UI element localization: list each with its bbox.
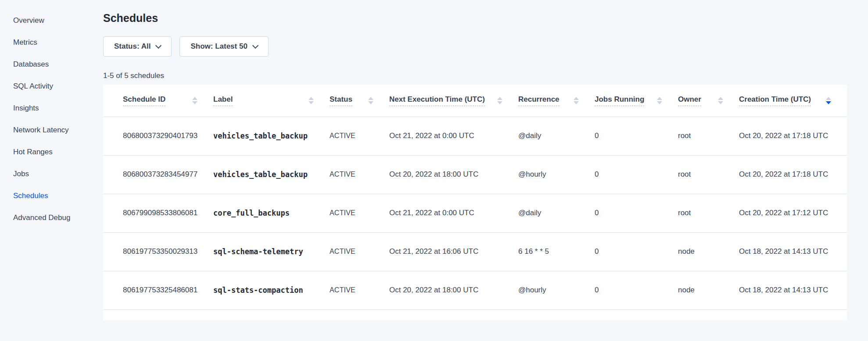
sidebar-item-overview[interactable]: Overview (0, 10, 103, 32)
owner-cell: node (678, 232, 739, 271)
next-execution-cell: Oct 20, 2022 at 18:00 UTC (389, 271, 518, 309)
creation-time-cell: Oct 20, 2022 at 17:12 UTC (739, 194, 847, 232)
label-cell: vehicles_table_backup (213, 155, 330, 194)
sidebar-item-advanced-debug[interactable]: Advanced Debug (0, 207, 103, 229)
status-cell: ACTIVE (330, 155, 389, 194)
sidebar: OverviewMetricsDatabasesSQL ActivityInsi… (0, 0, 103, 341)
schedule-id-cell: 806197753350029313 (103, 232, 213, 271)
owner-cell: root (678, 117, 739, 155)
column-label: Schedule ID (123, 95, 165, 106)
card-footer-padding (103, 310, 847, 320)
sidebar-item-network-latency[interactable]: Network Latency (0, 119, 103, 141)
sort-arrows-icon (574, 97, 579, 104)
show-filter-label: Show: Latest 50 (190, 42, 247, 51)
column-label: Status (330, 95, 352, 106)
main-content: Schedules Status: All Show: Latest 50 1-… (103, 0, 868, 341)
column-header-next-execution-time-utc[interactable]: Next Execution Time (UTC) (389, 85, 518, 117)
results-count: 1-5 of 5 schedules (103, 71, 847, 81)
sort-arrows-icon (718, 97, 723, 104)
next-execution-cell: Oct 21, 2022 at 0:00 UTC (389, 117, 518, 155)
sidebar-item-sql-activity[interactable]: SQL Activity (0, 75, 103, 97)
chevron-down-icon (252, 42, 258, 48)
status-filter-dropdown[interactable]: Status: All (103, 36, 172, 57)
sidebar-item-databases[interactable]: Databases (0, 53, 103, 75)
owner-cell: root (678, 155, 739, 194)
status-cell: ACTIVE (330, 232, 389, 271)
table-row: 806799098533806081core_full_backupsACTIV… (103, 194, 847, 232)
jobs-running-cell: 0 (595, 155, 678, 194)
status-cell: ACTIVE (330, 117, 389, 155)
sort-arrows-icon (826, 97, 831, 104)
chevron-down-icon (155, 42, 161, 48)
column-label: Creation Time (UTC) (739, 95, 811, 106)
column-header-status[interactable]: Status (330, 85, 389, 117)
column-label: Recurrence (518, 95, 560, 106)
column-header-recurrence[interactable]: Recurrence (518, 85, 595, 117)
recurrence-cell: @daily (518, 117, 595, 155)
sort-arrows-icon (308, 97, 314, 104)
recurrence-cell: 6 16 * * 5 (518, 232, 595, 271)
column-header-owner[interactable]: Owner (678, 85, 739, 117)
label-cell: sql-schema-telemetry (213, 232, 330, 271)
schedule-id-cell: 806197753325486081 (103, 271, 213, 309)
label-cell: sql-stats-compaction (213, 271, 330, 309)
column-label: Owner (678, 95, 701, 106)
column-header-schedule-id[interactable]: Schedule ID (103, 85, 213, 117)
creation-time-cell: Oct 18, 2022 at 14:13 UTC (739, 232, 847, 271)
jobs-running-cell: 0 (595, 194, 678, 232)
jobs-running-cell: 0 (595, 271, 678, 309)
schedules-table: Schedule IDLabelStatusNext Execution Tim… (103, 85, 847, 310)
status-cell: ACTIVE (330, 271, 389, 309)
sidebar-item-hot-ranges[interactable]: Hot Ranges (0, 141, 103, 163)
owner-cell: node (678, 271, 739, 309)
filter-bar: Status: All Show: Latest 50 (103, 36, 847, 57)
sort-arrows-icon (497, 97, 502, 104)
sidebar-item-schedules[interactable]: Schedules (0, 185, 103, 207)
next-execution-cell: Oct 21, 2022 at 16:06 UTC (389, 232, 518, 271)
table-body: 806800373290401793vehicles_table_backupA… (103, 117, 847, 309)
next-execution-cell: Oct 21, 2022 at 0:00 UTC (389, 194, 518, 232)
column-header-jobs-running[interactable]: Jobs Running (595, 85, 678, 117)
sort-arrows-icon (368, 97, 373, 104)
schedules-table-card: Schedule IDLabelStatusNext Execution Tim… (103, 85, 847, 320)
schedule-id-cell: 806800373283454977 (103, 155, 213, 194)
table-header-row: Schedule IDLabelStatusNext Execution Tim… (103, 85, 847, 117)
sidebar-item-jobs[interactable]: Jobs (0, 163, 103, 185)
recurrence-cell: @hourly (518, 271, 595, 309)
creation-time-cell: Oct 20, 2022 at 17:18 UTC (739, 117, 847, 155)
table-row: 806197753350029313sql-schema-telemetryAC… (103, 232, 847, 271)
table-row: 806800373283454977vehicles_table_backupA… (103, 155, 847, 194)
label-cell: vehicles_table_backup (213, 117, 330, 155)
label-cell: core_full_backups (213, 194, 330, 232)
creation-time-cell: Oct 20, 2022 at 17:18 UTC (739, 155, 847, 194)
column-label: Next Execution Time (UTC) (389, 95, 485, 106)
page-title: Schedules (103, 11, 847, 25)
column-header-label[interactable]: Label (213, 85, 330, 117)
recurrence-cell: @daily (518, 194, 595, 232)
schedule-id-cell: 806800373290401793 (103, 117, 213, 155)
jobs-running-cell: 0 (595, 117, 678, 155)
table-row: 806197753325486081sql-stats-compactionAC… (103, 271, 847, 309)
next-execution-cell: Oct 20, 2022 at 18:00 UTC (389, 155, 518, 194)
creation-time-cell: Oct 18, 2022 at 14:13 UTC (739, 271, 847, 309)
sidebar-item-insights[interactable]: Insights (0, 97, 103, 119)
recurrence-cell: @hourly (518, 155, 595, 194)
owner-cell: root (678, 194, 739, 232)
status-cell: ACTIVE (330, 194, 389, 232)
column-label: Jobs Running (595, 95, 644, 106)
schedule-id-cell: 806799098533806081 (103, 194, 213, 232)
sort-arrows-icon (657, 97, 662, 104)
sort-arrows-icon (192, 97, 197, 104)
show-filter-dropdown[interactable]: Show: Latest 50 (179, 36, 268, 57)
column-header-creation-time-utc[interactable]: Creation Time (UTC) (739, 85, 847, 117)
jobs-running-cell: 0 (595, 232, 678, 271)
app-root: OverviewMetricsDatabasesSQL ActivityInsi… (0, 0, 868, 341)
column-label: Label (213, 95, 233, 106)
status-filter-label: Status: All (114, 42, 151, 51)
sidebar-item-metrics[interactable]: Metrics (0, 32, 103, 53)
table-row: 806800373290401793vehicles_table_backupA… (103, 117, 847, 155)
